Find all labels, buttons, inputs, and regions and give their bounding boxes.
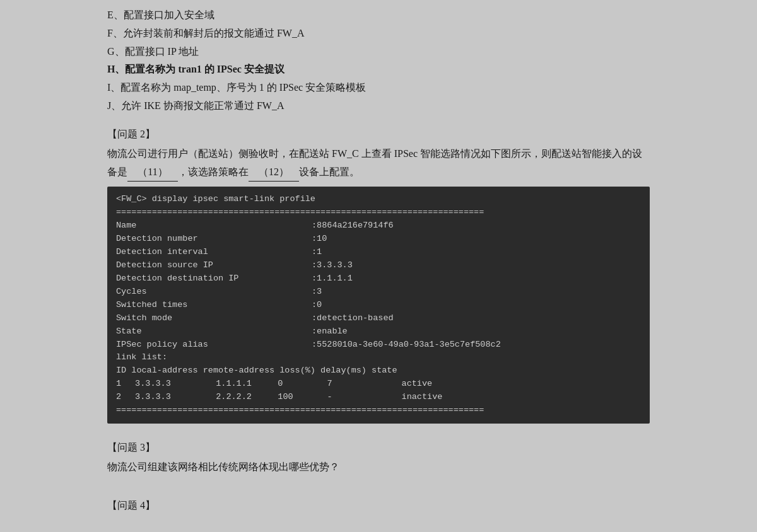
field-ipsec-policy-alias: IPSec policy alias:5528010a-3e60-49a0-93… [116,338,641,352]
blank-12: （12） [249,163,299,182]
list-item-G: G、配置接口 IP 地址 [107,43,650,61]
table-header: ID local-address remote-address loss(%) … [116,364,641,378]
field-detection-source-ip: Detection source IP:3.3.3.3 [116,259,641,272]
table-row-1: 1 3.3.3.3 1.1.1.1 0 7 active [116,378,641,391]
field-detection-number: Detection number:10 [116,233,641,246]
table-row-2: 2 3.3.3.3 2.2.2.2 100 - inactive [116,391,641,404]
field-switched-times: Switched times:0 [116,299,641,312]
terminal-command: <FW_C> display ipsec smart-link profile [116,193,641,206]
list-item-I: I、配置名称为 map_temp、序号为 1 的 IPSec 安全策略模板 [107,79,650,97]
terminal-display: <FW_C> display ipsec smart-link profile … [107,187,650,424]
field-name: Name:8864a216e7914f6 [116,219,641,233]
question2-header: 【问题 2】 [107,128,650,141]
question4-block: 【问题 4】 [107,499,650,512]
list-item-H: H、配置名称为 tran1 的 IPSec 安全提议 [107,61,650,79]
separator-bottom: ========================================… [116,404,641,417]
question3-block: 【问题 3】 物流公司组建该网络相比传统网络体现出哪些优势？ [107,441,650,477]
page-container: E、配置接口加入安全域 F、允许封装前和解封后的报文能通过 FW_A G、配置接… [0,0,757,529]
separator-top: ========================================… [116,206,641,219]
link-list-label: link list: [116,351,641,364]
field-state: State:enable [116,325,641,338]
field-detection-interval: Detection interval:1 [116,246,641,259]
list-item-F: F、允许封装前和解封后的报文能通过 FW_A [107,25,650,43]
question4-header: 【问题 4】 [107,499,650,512]
list-items-block: E、配置接口加入安全域 F、允许封装前和解封后的报文能通过 FW_A G、配置接… [107,6,650,115]
question3-text: 物流公司组建该网络相比传统网络体现出哪些优势？ [107,458,650,477]
question2-block: 【问题 2】 物流公司进行用户（配送站）侧验收时，在配送站 FW_C 上查看 I… [107,128,650,424]
list-item-E: E、配置接口加入安全域 [107,6,650,25]
question3-header: 【问题 3】 [107,441,650,454]
blank-11: （11） [127,163,178,182]
field-detection-dest-ip: Detection destination IP:1.1.1.1 [116,272,641,286]
question2-text: 物流公司进行用户（配送站）侧验收时，在配送站 FW_C 上查看 IPSec 智能… [107,145,650,182]
list-item-J: J、允许 IKE 协商报文能正常通过 FW_A [107,97,650,115]
field-switch-mode: Switch mode:detection-based [116,312,641,325]
field-cycles: Cycles:3 [116,286,641,299]
